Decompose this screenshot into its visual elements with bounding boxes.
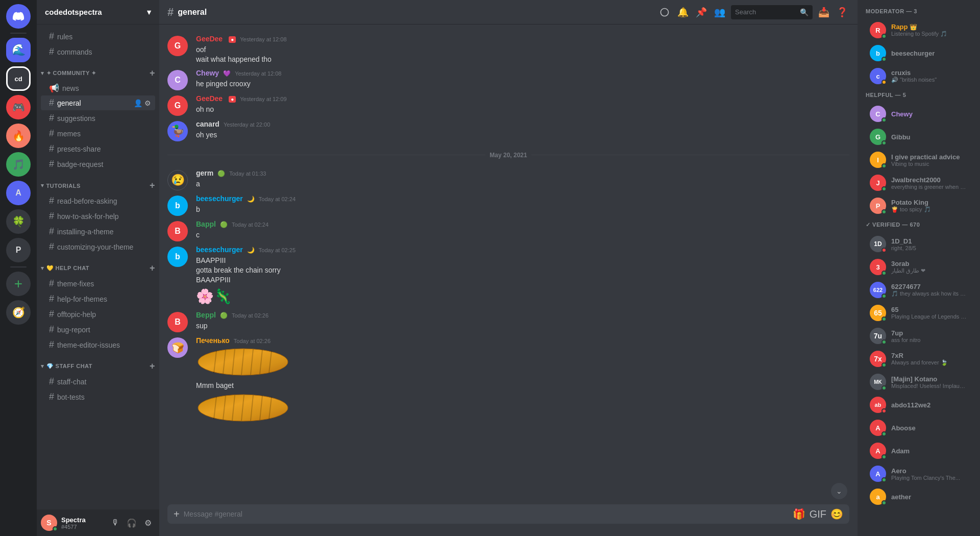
category-help-chat[interactable]: ▾ 💛 HELP CHAT +: [37, 255, 159, 276]
channel-item-read-before-asking[interactable]: # read-before-asking: [41, 193, 155, 208]
channel-item-bug-report[interactable]: # bug-report: [41, 322, 155, 337]
message-avatar[interactable]: B: [167, 221, 188, 241]
message-avatar[interactable]: B: [167, 312, 188, 332]
mute-button[interactable]: 🎙: [108, 516, 122, 530]
member-item[interactable]: R Rapp 👑 Listening to Spotify 🎵: [862, 19, 976, 41]
member-item[interactable]: 7x 7xR Always and forever 🍃: [862, 348, 976, 370]
message-username[interactable]: beesechurger: [196, 246, 243, 254]
channel-item-bot-tests[interactable]: # bot-tests: [41, 389, 155, 404]
category-tutorials[interactable]: ▾ TUTORIALS +: [37, 172, 159, 193]
channel-item-rules[interactable]: # rules: [41, 29, 155, 44]
message-username[interactable]: beesechurger: [196, 194, 243, 203]
member-item[interactable]: G Gibbu: [862, 126, 976, 148]
member-item[interactable]: 622 62274677 🎵 they always ask how its m…: [862, 279, 976, 301]
channel-item-installing[interactable]: # installing-a-theme: [41, 224, 155, 239]
server-icon-5[interactable]: 🎵: [6, 152, 31, 177]
message-username[interactable]: Chewy: [196, 69, 219, 77]
add-channel-icon[interactable]: +: [150, 263, 155, 274]
message-avatar[interactable]: G: [167, 95, 188, 116]
member-item[interactable]: A Adam: [862, 440, 976, 462]
server-icon-1[interactable]: 🌊: [6, 38, 31, 62]
server-icon-7[interactable]: 🍀: [6, 209, 31, 234]
channel-item-theme-fixes[interactable]: # theme-fixes: [41, 276, 155, 291]
server-icon-2[interactable]: cd: [6, 66, 31, 91]
message-avatar[interactable]: C: [167, 70, 188, 90]
member-item[interactable]: ab abdo112we2: [862, 394, 976, 416]
server-icon-4[interactable]: 🔥: [6, 124, 31, 148]
message-username[interactable]: GeeDee: [196, 35, 223, 43]
channel-item-general[interactable]: # general 👤 ⚙: [41, 95, 155, 110]
help-icon[interactable]: ❓: [835, 5, 849, 19]
member-item[interactable]: 1D 1D_D1 right, 28/5: [862, 233, 976, 255]
server-header[interactable]: codedotspectra ▾: [37, 0, 159, 25]
channel-item-news[interactable]: 📢 news: [41, 81, 155, 95]
message-avatar[interactable]: G: [167, 36, 188, 56]
inbox-icon[interactable]: 📥: [817, 5, 831, 19]
message-input[interactable]: [184, 504, 789, 524]
channel-item-help-for-themes[interactable]: # help-for-themes: [41, 291, 155, 306]
message-username[interactable]: Печенько: [196, 336, 230, 345]
members-list-icon[interactable]: 👥: [713, 5, 727, 19]
channel-item-commands[interactable]: # commands: [41, 44, 155, 59]
member-item[interactable]: I I give practical advice Vibing to musi…: [862, 149, 976, 171]
member-item[interactable]: b beesechurger: [862, 42, 976, 64]
message-avatar[interactable]: 😢: [167, 170, 188, 190]
add-channel-icon[interactable]: +: [150, 180, 155, 191]
settings-icon[interactable]: ⚙: [144, 99, 151, 107]
member-item[interactable]: 65 65 Playing League of Legends 🎮: [862, 302, 976, 324]
gift-icon[interactable]: 🎁: [793, 508, 805, 520]
category-staff-chat[interactable]: ▾ 💎 STAFF CHAT +: [37, 353, 159, 374]
server-icon-8[interactable]: P: [6, 238, 31, 262]
channel-item-memes[interactable]: # memes: [41, 126, 155, 141]
threads-icon[interactable]: [657, 5, 672, 19]
channel-item-offtopic-help[interactable]: # offtopic-help: [41, 307, 155, 322]
message-username[interactable]: GeeDee: [196, 94, 223, 103]
emoji-button[interactable]: 😊: [830, 508, 843, 520]
add-channel-icon[interactable]: +: [150, 68, 155, 79]
channel-item-how-to-ask[interactable]: # how-to-ask-for-help: [41, 209, 155, 224]
message-avatar[interactable]: 🍞: [167, 337, 188, 358]
scroll-to-bottom-button[interactable]: ⌄: [831, 483, 847, 499]
channel-item-badge-request[interactable]: # badge-request: [41, 157, 155, 172]
channel-item-suggestions[interactable]: # suggestions: [41, 111, 155, 126]
member-item[interactable]: a aether: [862, 485, 976, 508]
member-item[interactable]: MK [Majin] Kotano Misplaced! Useless! Im…: [862, 371, 976, 393]
notification-bell-icon[interactable]: 🔔: [676, 5, 690, 19]
add-file-button[interactable]: +: [174, 508, 180, 520]
pin-icon[interactable]: 📌: [694, 5, 708, 19]
channel-item-customizing[interactable]: # customizing-your-theme: [41, 239, 155, 254]
message-avatar[interactable]: b: [167, 247, 188, 267]
member-item[interactable]: C Chewy: [862, 103, 976, 125]
add-server-button[interactable]: +: [6, 272, 31, 296]
category-community[interactable]: ▾ ✦ COMMUNITY ✦ +: [37, 60, 159, 81]
channel-item-theme-editor[interactable]: # theme-editor-issues: [41, 337, 155, 352]
member-item[interactable]: J Jwalbrecht2000 everything is greener w…: [862, 172, 976, 194]
search-bar[interactable]: Search 🔍: [731, 5, 813, 19]
gif-icon[interactable]: GIF: [810, 508, 826, 520]
message-username[interactable]: canard: [196, 120, 219, 128]
member-item[interactable]: A Aero Playing Tom Clancy's The...: [862, 462, 976, 485]
member-item[interactable]: A Aboose: [862, 417, 976, 439]
message-avatar[interactable]: b: [167, 196, 188, 216]
discord-home-button[interactable]: [6, 4, 31, 29]
member-item[interactable]: 7u 7up ass for nitro: [862, 325, 976, 347]
message-avatar[interactable]: 🦆: [167, 121, 188, 141]
message-username[interactable]: Beppl: [196, 311, 216, 319]
channel-item-staff-chat[interactable]: # staff-chat: [41, 374, 155, 389]
add-members-icon[interactable]: 👤: [134, 99, 142, 107]
settings-button[interactable]: ⚙: [141, 516, 155, 530]
message-header: GeeDee ● Yesterday at 12:08: [196, 35, 849, 43]
server-icon-6[interactable]: A: [6, 181, 31, 205]
add-channel-icon[interactable]: +: [150, 361, 155, 372]
message-username[interactable]: germ: [196, 169, 213, 177]
member-item[interactable]: P Potato King 🍟 too spicy 🎵: [862, 194, 976, 217]
member-avatar: J: [870, 175, 886, 191]
server-icon-3[interactable]: 🎮: [6, 95, 31, 119]
channel-item-presets-share[interactable]: # presets-share: [41, 141, 155, 156]
member-item[interactable]: c cruxis 🔊 "british noises": [862, 65, 976, 87]
message-username[interactable]: Bappl: [196, 220, 216, 228]
member-item[interactable]: 3 3orab طارق الطيار ❤: [862, 256, 976, 278]
user-avatar[interactable]: S: [41, 515, 57, 531]
deafen-button[interactable]: 🎧: [125, 516, 139, 530]
explore-servers-button[interactable]: 🧭: [6, 300, 31, 325]
